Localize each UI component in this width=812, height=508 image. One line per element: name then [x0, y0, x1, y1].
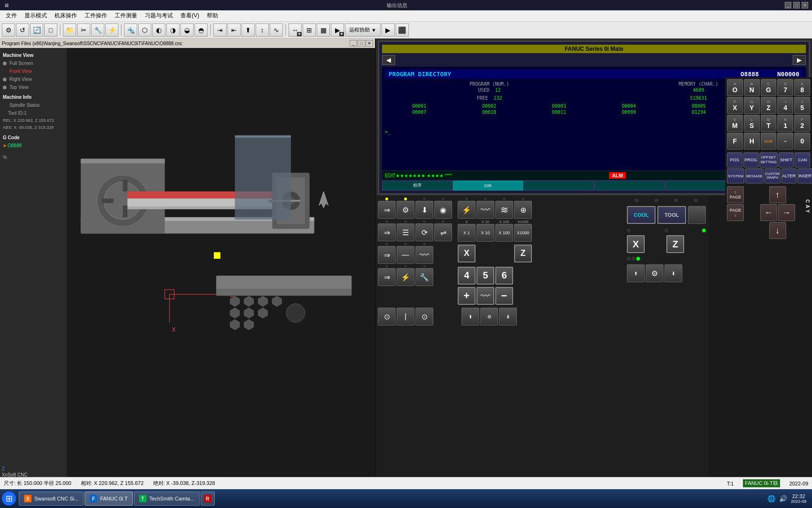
- key-minus[interactable]: -: [777, 133, 793, 150]
- key-SHIFT[interactable]: SHIFT: [779, 152, 794, 167]
- toolbar-btn-play[interactable]: ▶: [382, 24, 395, 37]
- key-X[interactable]: F X: [727, 97, 743, 114]
- cnc-maximize-btn[interactable]: □: [358, 40, 365, 47]
- ctrl-btn-2-4[interactable]: ⇌: [434, 223, 452, 241]
- z-axis-btn[interactable]: Z: [666, 235, 684, 253]
- speed-icon-1[interactable]: ⬆: [627, 264, 645, 282]
- menu-practice[interactable]: 习题与考试: [141, 11, 177, 21]
- toolbar-btn-3[interactable]: 🔄: [30, 24, 43, 37]
- menu-view[interactable]: 查看(V): [177, 11, 203, 21]
- num-btn-plus[interactable]: +: [458, 287, 476, 305]
- key-O[interactable]: A O: [727, 79, 743, 96]
- toolbar-btn-20[interactable]: ⊞: [303, 24, 316, 37]
- menu-display[interactable]: 显示模式: [21, 11, 51, 21]
- softkey-dir[interactable]: DIR: [453, 181, 523, 190]
- num-btn-minus[interactable]: −: [495, 287, 513, 305]
- num-btn-5[interactable]: 5: [476, 267, 494, 285]
- toolbar-btn-9[interactable]: 🔩: [124, 24, 137, 37]
- ctrl-btn-1-7[interactable]: ≋: [495, 201, 513, 219]
- fanuc-nav-right[interactable]: ▶: [793, 55, 806, 65]
- num-btn-6[interactable]: 6: [495, 267, 513, 285]
- minimize-btn[interactable]: _: [785, 2, 791, 8]
- ctrl-btn-3-1[interactable]: ⇒: [378, 246, 396, 264]
- taskbar-item-techsmith[interactable]: T TechSmith Camta...: [134, 492, 200, 506]
- menu-machine-op[interactable]: 机床操作: [51, 11, 81, 21]
- key-PROG[interactable]: PROG: [743, 152, 759, 167]
- remote-assist-btn[interactable]: 远程协助 ▼: [345, 24, 381, 37]
- ctrl-btn-2-3[interactable]: ⟳: [415, 223, 433, 241]
- key-arrow-left[interactable]: ←: [760, 204, 777, 221]
- ctrl-btn-1-4[interactable]: ◉: [434, 201, 452, 219]
- key-S[interactable]: L S: [744, 115, 760, 132]
- maximize-btn[interactable]: □: [793, 2, 800, 8]
- key-INSERT[interactable]: INSERT: [797, 168, 812, 183]
- key-1[interactable]: N 1: [777, 115, 793, 132]
- ctrl-btn-3-2[interactable]: —: [397, 246, 414, 264]
- cnc-minimize-btn[interactable]: _: [350, 40, 357, 47]
- key-N[interactable]: B N: [744, 79, 760, 96]
- sidebar-front-view[interactable]: Front View: [3, 67, 64, 75]
- toolbar-btn-19[interactable]: ∿: [270, 24, 283, 37]
- num-btn-wave[interactable]: 〰: [476, 287, 494, 305]
- key-OFFSET[interactable]: OFFSETSETTING: [759, 152, 778, 167]
- sidebar-fullscreen[interactable]: Full Screen: [3, 59, 64, 67]
- toolbar-btn-10[interactable]: ⬡: [138, 24, 151, 37]
- toolbar-btn-17[interactable]: ⬆: [242, 24, 255, 37]
- key-G[interactable]: C G: [761, 79, 777, 96]
- cool-button[interactable]: COOL: [627, 206, 656, 224]
- toolbar-btn-2[interactable]: ↺: [16, 24, 29, 37]
- toolbar-btn-1[interactable]: ⚙: [2, 24, 15, 37]
- toolbar-btn-7[interactable]: 🔧: [91, 24, 104, 37]
- key-EOB[interactable]: EOB: [761, 133, 777, 150]
- toolbar-btn-22[interactable]: ▶ ▼: [331, 24, 344, 37]
- key-4[interactable]: I 4: [777, 97, 793, 114]
- ctrl-btn-x100[interactable]: X 100: [495, 224, 513, 242]
- key-7[interactable]: D 7: [777, 79, 793, 96]
- close-btn[interactable]: ✕: [802, 2, 808, 8]
- softkey-3[interactable]: [523, 181, 594, 190]
- fanuc-nav-left[interactable]: ◀: [382, 55, 395, 65]
- softkey-program[interactable]: 程序: [382, 181, 453, 190]
- x-axis-btn[interactable]: X: [627, 235, 645, 253]
- ctrl-btn-1-1[interactable]: ⇒: [378, 201, 396, 219]
- menu-measurement[interactable]: 工件测量: [111, 11, 141, 21]
- key-arrow-right[interactable]: →: [778, 204, 795, 221]
- ctrl-btn-2-1[interactable]: ⇒: [378, 223, 396, 241]
- ctrl-btn-1-6[interactable]: 〰: [476, 201, 494, 219]
- toolbar-btn-12[interactable]: ◑: [166, 24, 180, 37]
- key-CAN[interactable]: CAN: [795, 152, 810, 167]
- key-F[interactable]: F: [727, 133, 743, 150]
- taskbar-item-swansoft[interactable]: S Swansoft CNC Si...: [19, 492, 84, 506]
- toolbar-btn-8[interactable]: ⚡: [105, 24, 118, 37]
- toolbar-btn-13[interactable]: ◒: [180, 24, 194, 37]
- clock-area[interactable]: 22:32 2022-09: [791, 493, 806, 504]
- ctrl-btn-4-2[interactable]: ⚡: [397, 268, 414, 286]
- ctrl-btn-x1[interactable]: X 1: [458, 224, 476, 242]
- key-8[interactable]: E 8: [794, 79, 810, 96]
- taskbar-item-fanuc[interactable]: F FANUC 0i T: [85, 492, 133, 506]
- toolbar-btn-stop[interactable]: ⬛: [396, 24, 409, 37]
- toolbar-btn-move[interactable]: ↔ ▼: [289, 24, 302, 37]
- start-button[interactable]: ⊞: [2, 492, 16, 506]
- toolbar-btn-11[interactable]: ◐: [152, 24, 165, 37]
- toolbar-btn-5[interactable]: 📁: [63, 24, 76, 37]
- key-Y[interactable]: G Y: [744, 97, 760, 114]
- ctrl-btn-x1000[interactable]: X1000: [514, 224, 532, 242]
- toolbar-btn-6[interactable]: ✂: [77, 24, 90, 37]
- key-arrow-down[interactable]: ↓: [769, 222, 786, 239]
- num-btn-4[interactable]: 4: [458, 267, 476, 285]
- ctrl-btn-1-5[interactable]: ⚡: [458, 201, 476, 219]
- ctrl-btn-4-3[interactable]: 🔧: [415, 268, 433, 286]
- ctrl-btn-4-1[interactable]: ⇒: [378, 268, 396, 286]
- sidebar-spindle[interactable]: Spindle Status: [3, 101, 64, 109]
- key-MESSAGE[interactable]: MESSAGE: [745, 168, 764, 183]
- key-SYSTEM[interactable]: SYSTEM: [727, 168, 744, 183]
- taskbar-item-red[interactable]: R: [201, 492, 215, 506]
- toolbar-btn-14[interactable]: ◓: [195, 24, 208, 37]
- cnc-close-btn[interactable]: ✕: [366, 40, 373, 47]
- key-CUSTOM[interactable]: CUSTOMGRAPH: [765, 168, 781, 183]
- ctrl-btn-X-axis[interactable]: X: [458, 245, 476, 262]
- ctrl-btn-speed-icon[interactable]: ⬇: [499, 308, 517, 325]
- extra-btn-1[interactable]: [688, 206, 706, 224]
- toolbar-btn-15[interactable]: ⇥: [213, 24, 226, 37]
